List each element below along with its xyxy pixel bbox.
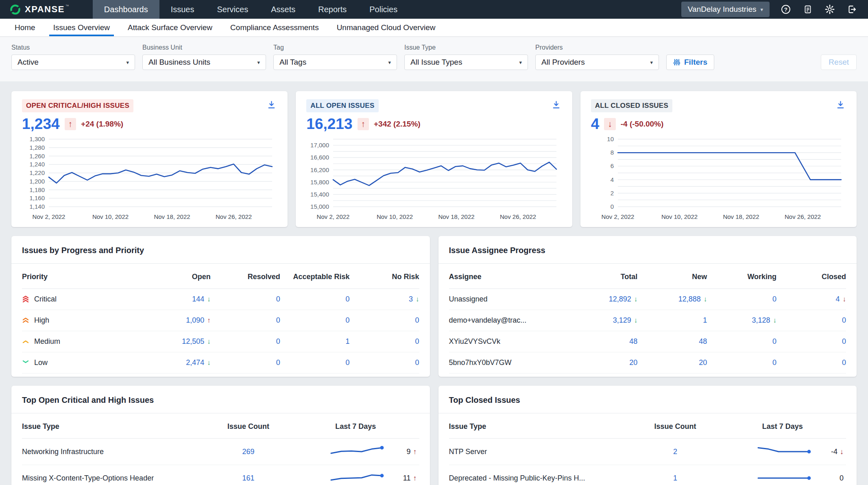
svg-text:8: 8 <box>610 149 613 156</box>
value-link[interactable]: 0 <box>276 358 280 367</box>
trend-arrow-down-icon: ↓ <box>207 338 211 345</box>
value-link[interactable]: 0 <box>346 316 350 324</box>
nav-item-dashboards[interactable]: Dashboards <box>93 0 159 19</box>
release-notes-button[interactable] <box>802 4 813 15</box>
value-link[interactable]: 0 <box>772 337 776 345</box>
bottom-row: Top Open Critical and High Issues Issue … <box>11 386 857 485</box>
trend-arrow-down-icon: ↓ <box>207 359 211 367</box>
issue-count-link[interactable]: 1 <box>673 474 677 482</box>
filters-button[interactable]: Filters <box>666 55 714 70</box>
tab-home[interactable]: Home <box>6 19 44 36</box>
tab-issues-overview[interactable]: Issues Overview <box>44 19 119 36</box>
value-link[interactable]: 0 <box>415 316 419 324</box>
value-link[interactable]: 1 <box>703 316 707 324</box>
value-link[interactable]: 0 <box>842 358 846 367</box>
trend-arrow-down-icon: ↓ <box>207 295 211 303</box>
svg-text:1,260: 1,260 <box>29 153 45 159</box>
status-select[interactable]: Active ▾ <box>11 55 135 70</box>
table-row: Medium 12,505↓010 <box>22 331 419 352</box>
tab-unmanaged-cloud-overview[interactable]: Unmanaged Cloud Overview <box>328 19 445 36</box>
column-header: Issue Count <box>632 422 719 431</box>
value-link[interactable]: 12,505 <box>182 337 204 345</box>
value-link[interactable]: 4 <box>835 295 840 303</box>
download-icon <box>836 100 845 109</box>
chevron-down-icon: ▾ <box>126 59 129 66</box>
kpi-value: 1,234 <box>22 116 60 133</box>
top-open-issues-card: Top Open Critical and High Issues Issue … <box>11 386 430 485</box>
issue-count-link[interactable]: 269 <box>242 448 255 456</box>
value-link[interactable]: 0 <box>772 295 776 303</box>
value-link[interactable]: 3 <box>409 295 413 303</box>
svg-text:17,000: 17,000 <box>310 142 329 149</box>
svg-text:?: ? <box>784 7 787 13</box>
top-closed-issues-card: Top Closed Issues Issue Type Issue Count… <box>438 386 857 485</box>
priority-critical-icon <box>22 295 29 303</box>
svg-text:15,800: 15,800 <box>310 179 329 186</box>
tab-attack-surface-overview[interactable]: Attack Surface Overview <box>119 19 221 36</box>
business-unit-select[interactable]: All Business Units ▾ <box>142 55 266 70</box>
issue-type-select[interactable]: All Issue Types ▾ <box>404 55 528 70</box>
filters-button-label: Filters <box>684 58 707 67</box>
help-button[interactable]: ? <box>780 4 792 15</box>
column-header: Resolved <box>211 273 280 281</box>
value-link[interactable]: 0 <box>276 337 280 345</box>
providers-select[interactable]: All Providers ▾ <box>535 55 659 70</box>
nav-item-reports[interactable]: Reports <box>307 0 358 19</box>
filter-label: Providers <box>535 44 659 51</box>
value-link[interactable]: 2,474 <box>186 358 204 367</box>
svg-text:Nov 10, 2022: Nov 10, 2022 <box>92 213 129 220</box>
selected-value: All Business Units <box>148 58 210 67</box>
value-link[interactable]: 0 <box>415 358 419 367</box>
issue-count-link[interactable]: 2 <box>673 448 677 456</box>
value-link[interactable]: 48 <box>699 337 707 345</box>
brand: XPANSE™ <box>0 4 93 15</box>
filter-group-providers: Providers All Providers ▾ <box>535 44 659 70</box>
filter-group-tag: Tag All Tags ▾ <box>273 44 397 70</box>
reset-button[interactable]: Reset <box>821 55 857 70</box>
column-header: Issue Type <box>22 422 205 431</box>
download-button[interactable] <box>266 99 277 111</box>
value-link[interactable]: 0 <box>276 295 280 303</box>
value-link[interactable]: 0 <box>415 337 419 345</box>
download-button[interactable] <box>835 99 846 111</box>
column-header: Working <box>707 273 776 281</box>
download-button[interactable] <box>551 99 562 111</box>
tab-compliance-assessments[interactable]: Compliance Assessments <box>221 19 328 36</box>
logout-button[interactable] <box>846 4 857 15</box>
value-link[interactable]: 1 <box>346 337 350 345</box>
nav-item-issues[interactable]: Issues <box>159 0 206 19</box>
value-link[interactable]: 0 <box>346 295 350 303</box>
filter-label: Issue Type <box>404 44 528 51</box>
value-link[interactable]: 20 <box>629 358 637 367</box>
value-link[interactable]: 0 <box>772 358 776 367</box>
nav-item-assets[interactable]: Assets <box>260 0 307 19</box>
tag-select[interactable]: All Tags ▾ <box>273 55 397 70</box>
nav-item-services[interactable]: Services <box>206 0 260 19</box>
value-link[interactable]: 0 <box>842 337 846 345</box>
trend-arrow-down-icon: ↓ <box>634 295 638 303</box>
value-link[interactable]: 3,128 <box>752 316 770 324</box>
trend-arrow-up-icon: ↑ <box>413 448 417 456</box>
svg-text:Nov 18, 2022: Nov 18, 2022 <box>438 213 475 220</box>
value-link[interactable]: 0 <box>346 358 350 367</box>
column-header: Total <box>568 273 637 281</box>
value-link[interactable]: 20 <box>699 358 707 367</box>
value-link[interactable]: 3,129 <box>613 316 631 324</box>
account-menu-button[interactable]: VanDelay Industries ▾ <box>681 2 770 17</box>
issue-count-link[interactable]: 161 <box>242 474 255 482</box>
primary-nav: Dashboards Issues Services Assets Report… <box>93 0 409 19</box>
value-link[interactable]: 12,888 <box>678 295 701 303</box>
chevron-down-icon: ▾ <box>257 59 260 66</box>
settings-button[interactable] <box>824 4 835 15</box>
trend-chart-all-closed: 0246810Nov 2, 2022Nov 10, 2022Nov 18, 20… <box>591 135 846 221</box>
value-link[interactable]: 0 <box>276 316 280 324</box>
nav-item-policies[interactable]: Policies <box>358 0 409 19</box>
value-link[interactable]: 0 <box>842 316 846 324</box>
card-title: Top Open Critical and High Issues <box>11 386 430 413</box>
svg-text:0: 0 <box>610 203 613 210</box>
value-link[interactable]: 144 <box>192 295 204 303</box>
download-icon <box>552 100 561 109</box>
value-link[interactable]: 48 <box>629 337 637 345</box>
value-link[interactable]: 1,090 <box>186 316 204 324</box>
value-link[interactable]: 12,892 <box>609 295 631 303</box>
